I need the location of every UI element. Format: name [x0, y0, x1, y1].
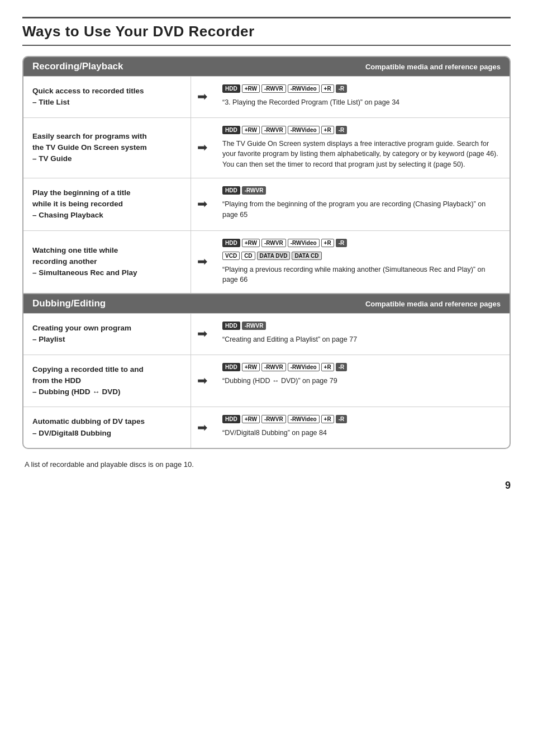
feature-ref-text: “3. Playing the Recorded Program (Title … [222, 97, 501, 108]
arrow-icon: ➡ [191, 314, 213, 355]
section-header-label: Recording/Playback [32, 61, 123, 72]
arrow-icon: ➡ [191, 407, 213, 448]
feature-label: Play the beginning of a title while it i… [23, 178, 191, 230]
media-badge: VCD [222, 252, 240, 260]
arrow-icon: ➡ [191, 231, 213, 294]
page-title: Ways to Use Your DVD Recorder [22, 17, 511, 46]
media-badges-row: VCDCDDATA DVDDATA CD [222, 252, 501, 260]
media-badge: -RWVR [242, 322, 266, 330]
media-badges-row: HDD-RWVR [222, 186, 501, 195]
media-badge: +RW [242, 84, 260, 93]
media-badge: -R [336, 84, 348, 93]
arrow-icon: ➡ [191, 355, 213, 407]
feature-ref-text: “Dubbing (HDD ↔ DVD)” on page 79 [222, 376, 501, 386]
media-badge: HDD [222, 186, 240, 195]
feature-row: Creating your own program – Playlist➡HDD… [23, 313, 510, 355]
section-compat-label: Compatible media and reference pages [365, 63, 501, 71]
feature-ref-text: The TV Guide On Screen system displays a… [222, 139, 501, 170]
feature-row: Quick access to recorded titles – Title … [23, 76, 510, 117]
media-badge: -RWVR [261, 84, 286, 93]
media-badge: -RWVideo [288, 415, 320, 423]
section-header-label: Dubbing/Editing [32, 298, 106, 309]
feature-label: Copying a recorded title to and from the… [23, 355, 191, 407]
feature-label: Creating your own program – Playlist [23, 314, 191, 355]
media-badge: -RWVR [261, 126, 286, 134]
section-compat-label: Compatible media and reference pages [365, 300, 501, 308]
feature-detail: HDD-RWVR“Creating and Editing a Playlist… [213, 314, 510, 355]
feature-label: Watching one title while recording anoth… [23, 231, 191, 294]
media-badges-row: HDD+RW-RWVR-RWVideo+R-R [222, 363, 501, 371]
feature-detail: HDD+RW-RWVR-RWVideo+R-R“3. Playing the R… [213, 77, 510, 117]
media-badge: -R [336, 415, 348, 423]
feature-label: Easily search for programs with the TV G… [23, 118, 191, 178]
media-badge: -RWVR [242, 186, 266, 195]
media-badge: -RWVideo [288, 239, 320, 247]
media-badge: -RWVR [261, 415, 286, 423]
media-badge: CD [241, 252, 255, 260]
media-badge: HDD [222, 363, 240, 371]
media-badge: -RWVideo [288, 126, 320, 134]
media-badge: -R [336, 363, 348, 371]
feature-label: Quick access to recorded titles – Title … [23, 77, 191, 117]
feature-ref-text: “Playing from the beginning of the progr… [222, 199, 501, 220]
media-badge: +R [321, 239, 334, 247]
feature-ref-text: “Playing a previous recording while maki… [222, 264, 501, 286]
feature-detail: HDD-RWVR“Playing from the beginning of t… [213, 178, 510, 230]
media-badge: +RW [242, 363, 260, 371]
media-badge: DATA DVD [257, 252, 291, 260]
feature-row: Easily search for programs with the TV G… [23, 117, 510, 178]
media-badge: HDD [222, 126, 240, 134]
media-badge: HDD [222, 239, 240, 247]
media-badge: -R [336, 126, 348, 134]
media-badge: -R [336, 239, 348, 247]
arrow-icon: ➡ [191, 178, 213, 230]
media-badges-row: HDD+RW-RWVR-RWVideo+R-R [222, 415, 501, 423]
feature-ref-text: “Creating and Editing a Playlist” on pag… [222, 334, 501, 345]
media-badge: -RWVideo [288, 363, 320, 371]
section-header-recording: Recording/PlaybackCompatible media and r… [23, 57, 510, 76]
feature-detail: HDD+RW-RWVR-RWVideo+R-R“DV/Digital8 Dubb… [213, 407, 510, 448]
footer-note: A list of recordable and playable discs … [22, 460, 511, 469]
media-badge: HDD [222, 84, 240, 93]
media-badge: +R [321, 84, 334, 93]
media-badges-row: HDD+RW-RWVR-RWVideo+R-R [222, 84, 501, 93]
media-badge: +R [321, 415, 334, 423]
media-badge: HDD [222, 322, 240, 330]
feature-detail: HDD+RW-RWVR-RWVideo+R-RThe TV Guide On S… [213, 118, 510, 178]
feature-ref-text: “DV/Digital8 Dubbing” on page 84 [222, 428, 501, 438]
media-badge: -RWVR [261, 239, 286, 247]
feature-row: Play the beginning of a title while it i… [23, 178, 510, 230]
media-badges-row: HDD-RWVR [222, 322, 501, 330]
media-badge: +RW [242, 415, 260, 423]
media-badge: DATA CD [292, 252, 321, 260]
feature-detail: HDD+RW-RWVR-RWVideo+R-R“Dubbing (HDD ↔ D… [213, 355, 510, 407]
media-badge: HDD [222, 415, 240, 423]
main-content-box: Recording/PlaybackCompatible media and r… [22, 56, 511, 449]
page-number: 9 [22, 480, 511, 492]
media-badge: +R [321, 126, 334, 134]
media-badges-row: HDD+RW-RWVR-RWVideo+R-R [222, 126, 501, 134]
feature-detail: HDD+RW-RWVR-RWVideo+R-RVCDCDDATA DVDDATA… [213, 231, 510, 294]
media-badge: -RWVideo [288, 84, 320, 93]
arrow-icon: ➡ [191, 118, 213, 178]
media-badges-row: HDD+RW-RWVR-RWVideo+R-R [222, 239, 501, 247]
feature-row: Watching one title while recording anoth… [23, 230, 510, 294]
media-badge: +RW [242, 126, 260, 134]
media-badge: -RWVR [261, 363, 286, 371]
feature-row: Copying a recorded title to and from the… [23, 355, 510, 407]
arrow-icon: ➡ [191, 77, 213, 117]
feature-row: Automatic dubbing of DV tapes – DV/Digit… [23, 407, 510, 448]
media-badge: +RW [242, 239, 260, 247]
feature-label: Automatic dubbing of DV tapes – DV/Digit… [23, 407, 191, 448]
media-badge: +R [321, 363, 334, 371]
section-header-dubbing: Dubbing/EditingCompatible media and refe… [23, 293, 510, 313]
